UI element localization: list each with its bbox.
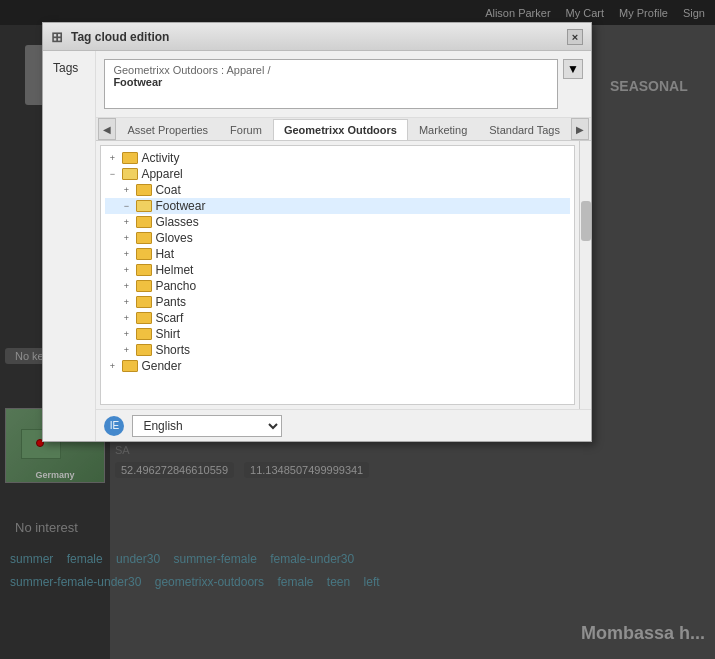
toggle-pancho[interactable] [119, 279, 133, 293]
label-pancho: Pancho [155, 279, 196, 293]
dialog-title: Tag cloud edition [71, 30, 169, 44]
tree-item-shirt[interactable]: Shirt [105, 326, 570, 342]
tree-item-pants[interactable]: Pants [105, 294, 570, 310]
folder-icon-scarf [136, 312, 152, 324]
tag-cloud-dialog: ⊞ Tag cloud edition × Tags Geometrixx Ou… [42, 22, 592, 442]
folder-icon-pancho [136, 280, 152, 292]
label-hat: Hat [155, 247, 174, 261]
tree-item-glasses[interactable]: Glasses [105, 214, 570, 230]
tree-item-shorts[interactable]: Shorts [105, 342, 570, 358]
tree-item-scarf[interactable]: Scarf [105, 310, 570, 326]
tree-item-hat[interactable]: Hat [105, 246, 570, 262]
tab-standard-tags[interactable]: Standard Tags [478, 119, 571, 140]
tab-asset-properties[interactable]: Asset Properties [116, 119, 219, 140]
tab-bar: ◀ Asset Properties Forum Geometrixx Outd… [96, 118, 591, 141]
dialog-body: Tags Geometrixx Outdoors : Apparel / Foo… [43, 51, 591, 441]
toggle-glasses[interactable] [119, 215, 133, 229]
folder-icon-pants [136, 296, 152, 308]
toggle-shorts[interactable] [119, 343, 133, 357]
label-shorts: Shorts [155, 343, 190, 357]
tree-item-pancho[interactable]: Pancho [105, 278, 570, 294]
folder-icon-hat [136, 248, 152, 260]
tab-prev-button[interactable]: ◀ [98, 118, 116, 140]
label-coat: Coat [155, 183, 180, 197]
label-pants: Pants [155, 295, 186, 309]
toggle-shirt[interactable] [119, 327, 133, 341]
tag-path: Geometrixx Outdoors : Apparel / [113, 64, 549, 76]
tree-item-helmet[interactable]: Helmet [105, 262, 570, 278]
folder-icon-activity [122, 152, 138, 164]
folder-icon-shorts [136, 344, 152, 356]
tree-item-gloves[interactable]: Gloves [105, 230, 570, 246]
toggle-coat[interactable] [119, 183, 133, 197]
folder-icon-glasses [136, 216, 152, 228]
folder-icon-gloves [136, 232, 152, 244]
tags-label-panel: Tags [43, 51, 96, 441]
tree-item-activity[interactable]: Activity [105, 150, 570, 166]
toggle-hat[interactable] [119, 247, 133, 261]
toggle-scarf[interactable] [119, 311, 133, 325]
tree-item-gender[interactable]: Gender [105, 358, 570, 374]
language-select[interactable]: English [132, 415, 282, 437]
toggle-apparel[interactable] [105, 167, 119, 181]
folder-icon-apparel [122, 168, 138, 180]
tags-label: Tags [53, 61, 78, 75]
tree-container: Activity Apparel Coat [96, 141, 591, 409]
tree-scrollbar[interactable] [579, 141, 591, 409]
label-activity: Activity [141, 151, 179, 165]
folder-icon-gender [122, 360, 138, 372]
toggle-gender[interactable] [105, 359, 119, 373]
dropdown-arrow[interactable]: ▼ [563, 59, 583, 79]
dialog-right-panel: Geometrixx Outdoors : Apparel / Footwear… [96, 51, 591, 441]
label-gloves: Gloves [155, 231, 192, 245]
dialog-titlebar: ⊞ Tag cloud edition × [43, 23, 591, 51]
label-footwear: Footwear [155, 199, 205, 213]
tab-marketing[interactable]: Marketing [408, 119, 478, 140]
toggle-footwear[interactable] [119, 199, 133, 213]
dialog-bottom-bar: IE English [96, 409, 591, 441]
label-gender: Gender [141, 359, 181, 373]
toggle-helmet[interactable] [119, 263, 133, 277]
tag-name: Footwear [113, 76, 549, 88]
toggle-gloves[interactable] [119, 231, 133, 245]
folder-icon-coat [136, 184, 152, 196]
label-glasses: Glasses [155, 215, 198, 229]
tab-geometrixx-outdoors[interactable]: Geometrixx Outdoors [273, 119, 408, 140]
folder-icon-footwear [136, 200, 152, 212]
label-scarf: Scarf [155, 311, 183, 325]
label-helmet: Helmet [155, 263, 193, 277]
toggle-pants[interactable] [119, 295, 133, 309]
folder-icon-helmet [136, 264, 152, 276]
browser-icon: IE [104, 416, 124, 436]
tab-next-button[interactable]: ▶ [571, 118, 589, 140]
tree-item-coat[interactable]: Coat [105, 182, 570, 198]
tree-item-footwear[interactable]: Footwear [105, 198, 570, 214]
label-shirt: Shirt [155, 327, 180, 341]
tree-area[interactable]: Activity Apparel Coat [100, 145, 575, 405]
tab-forum[interactable]: Forum [219, 119, 273, 140]
folder-icon-shirt [136, 328, 152, 340]
label-apparel: Apparel [141, 167, 182, 181]
tree-item-apparel[interactable]: Apparel [105, 166, 570, 182]
selected-tag-area: Geometrixx Outdoors : Apparel / Footwear… [96, 51, 591, 118]
close-button[interactable]: × [567, 29, 583, 45]
selected-tag-box: Geometrixx Outdoors : Apparel / Footwear [104, 59, 558, 109]
toggle-activity[interactable] [105, 151, 119, 165]
